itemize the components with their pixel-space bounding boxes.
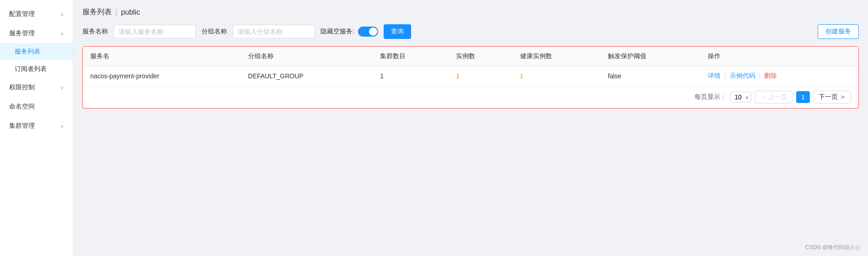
cell-instance-count: 1 [449,66,512,86]
sidebar-item-namespace-label: 命名空间 [9,103,35,111]
prev-page-button[interactable]: ＜ 上一页 [755,91,792,103]
sidebar-item-permission-control[interactable]: 权限控制 [0,78,73,97]
sidebar-item-cluster-management[interactable]: 集群管理 [0,116,73,136]
hide-empty-toggle[interactable] [358,27,378,37]
table-header-row: 服务名 分组名称 集群数目 实例数 健康实例数 触发保护阈值 操作 [83,47,858,66]
cell-cluster-count: 1 [373,66,449,86]
col-cluster-count: 集群数目 [373,47,449,66]
service-table: 服务名 分组名称 集群数目 实例数 健康实例数 触发保护阈值 操作 nacos-… [83,47,858,86]
namespace-label: public [121,8,140,16]
chevron-down-icon [60,12,64,17]
current-page[interactable]: 1 [796,91,810,103]
detail-link[interactable]: 详情 [708,72,721,79]
sidebar-item-cluster-management-label: 集群管理 [9,122,35,130]
sample-code-link[interactable]: 示例代码 [730,72,755,79]
page-title: 服务列表 [82,7,112,17]
sidebar-item-subscriber-list-label: 订阅者列表 [15,65,47,72]
pagination-bar: 每页显示： 10 20 50 ＜ 上一页 1 下一页 ＞ [83,86,858,108]
col-healthy-instance-count: 健康实例数 [513,47,601,66]
sidebar-item-subscriber-list[interactable]: 订阅者列表 [0,60,73,78]
main-content: 服务列表 | public 服务名称 分组名称 隐藏空服务: 查询 创建服务 服… [73,0,868,256]
page-header: 服务列表 | public [82,7,859,17]
col-protection-threshold: 触发保护阈值 [601,47,701,66]
cell-group-name: DEFAULT_GROUP [241,66,373,86]
per-page-label: 每页显示： [694,93,727,101]
sidebar-item-service-list[interactable]: 服务列表 [0,43,73,60]
hide-empty-toggle-wrapper: 隐藏空服务: [320,27,378,37]
cell-actions: 详情 | 示例代码 | 删除 [700,66,858,86]
col-service-name: 服务名 [83,47,241,66]
table-row: nacos-payment-provider DEFAULT_GROUP 1 1… [83,66,858,86]
cell-healthy-instance-count: 1 [513,66,601,86]
chevron-up-icon [60,31,64,36]
create-service-button[interactable]: 创建服务 [818,24,859,39]
cell-service-name: nacos-payment-provider [83,66,241,86]
service-name-input[interactable] [114,25,196,38]
cell-protection-threshold: false [601,66,701,86]
per-page-select-wrapper[interactable]: 10 20 50 [730,92,751,103]
col-actions: 操作 [700,47,858,66]
filter-bar: 服务名称 分组名称 隐藏空服务: 查询 创建服务 [82,24,859,39]
service-table-container: 服务名 分组名称 集群数目 实例数 健康实例数 触发保护阈值 操作 nacos-… [82,46,859,109]
watermark-text: CSDN @唯代码动人心 [805,244,861,251]
sidebar-item-permission-control-label: 权限控制 [9,83,35,92]
next-page-button[interactable]: 下一页 ＞ [814,91,851,103]
sidebar-item-config-management[interactable]: 配置管理 [0,5,73,24]
hide-empty-label: 隐藏空服务: [320,27,354,36]
group-name-label: 分组名称 [201,27,227,36]
sidebar-item-config-management-label: 配置管理 [9,10,35,18]
delete-link[interactable]: 删除 [764,72,777,79]
chevron-down-icon [60,124,64,129]
sidebar-item-service-management-label: 服务管理 [9,29,35,38]
sidebar: 配置管理 服务管理 服务列表 订阅者列表 权限控制 命名空间 集群管理 [0,0,73,256]
query-button[interactable]: 查询 [384,24,411,39]
sidebar-item-service-management[interactable]: 服务管理 [0,24,73,43]
header-separator: | [115,8,117,16]
per-page-select[interactable]: 10 20 50 [730,92,751,103]
col-group-name: 分组名称 [241,47,373,66]
watermark: CSDN @唯代码动人心 [805,244,861,251]
sidebar-item-namespace[interactable]: 命名空间 [0,97,73,116]
group-name-input[interactable] [233,25,315,38]
chevron-down-icon [60,85,64,90]
sidebar-item-service-list-label: 服务列表 [15,48,40,55]
service-name-label: 服务名称 [82,27,108,36]
col-instance-count: 实例数 [449,47,512,66]
